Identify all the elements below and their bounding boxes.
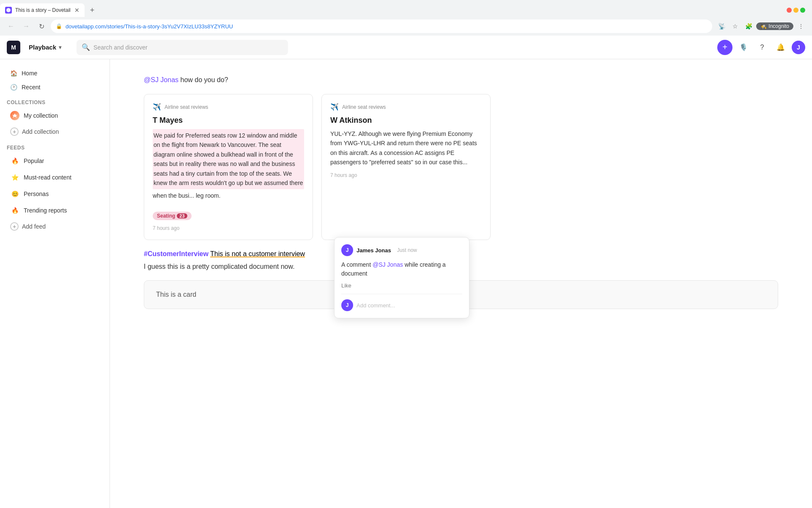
sidebar-home-label: Home <box>22 70 37 77</box>
comment-input-avatar: J <box>341 299 353 311</box>
minimize-window-button[interactable] <box>793 8 798 13</box>
comment-input[interactable] <box>357 302 462 309</box>
svg-point-0 <box>6 8 11 12</box>
comment-input-row: J <box>341 294 462 311</box>
user-avatar[interactable]: J <box>792 41 805 54</box>
mention-text: @SJ Jonas <box>144 76 178 83</box>
hashtag-description: This is not a customer interview <box>210 250 305 257</box>
card1-source-label: Airline seat reviews <box>165 104 208 110</box>
my-collection-label: My collection <box>24 112 58 119</box>
playback-menu-button[interactable]: Playback ▾ <box>25 42 65 52</box>
card2-source-label: Airline seat reviews <box>342 104 386 110</box>
notifications-button[interactable]: 🔔 <box>773 40 788 55</box>
card1-tag-row: Seating 23 <box>153 206 304 220</box>
tab-bar: This is a story – Dovetail ✕ + <box>0 0 812 17</box>
lock-icon: 🔒 <box>56 23 62 29</box>
search-icon: 🔍 <box>82 43 90 51</box>
help-button[interactable]: ? <box>754 40 770 55</box>
header-actions: + 🎙️ ? 🔔 J <box>717 40 805 55</box>
more-options-icon[interactable]: ⋮ <box>795 20 807 32</box>
header-search: 🔍 <box>77 40 288 55</box>
record-button[interactable]: 🎙️ <box>736 40 751 55</box>
home-icon: 🏠 <box>10 70 17 77</box>
tab-close-button[interactable]: ✕ <box>74 7 80 13</box>
incognito-icon: 🕵️ <box>760 23 767 29</box>
personas-icon: 😊 <box>10 189 19 199</box>
bookmark-icon[interactable]: ☆ <box>729 20 741 32</box>
card2-source-icon: ✈️ <box>330 103 339 111</box>
maximize-window-button[interactable] <box>800 8 805 13</box>
workspace-avatar[interactable]: M <box>7 41 20 54</box>
popular-label: Popular <box>24 157 44 164</box>
collections-section-label: Collections <box>0 94 110 107</box>
chevron-down-icon: ▾ <box>59 44 61 50</box>
personas-label: Personas <box>24 190 49 197</box>
add-collection-button[interactable]: + Add collection <box>3 124 106 139</box>
card1-source: ✈️ Airline seat reviews <box>153 103 304 111</box>
app: M Playback ▾ 🔍 + 🎙️ ? 🔔 J 🏠 Home <box>0 36 812 508</box>
comment-header: J James Jonas Just now <box>341 244 462 256</box>
incognito-badge: 🕵️ Incognito <box>756 22 793 30</box>
search-input-wrap[interactable]: 🔍 <box>77 40 288 55</box>
content-card-text: This is a card <box>156 291 196 298</box>
forward-button[interactable]: → <box>20 20 32 32</box>
commenter-avatar: J <box>341 244 353 256</box>
address-bar[interactable]: 🔒 dovetailapp.com/stories/This-is-a-stor… <box>51 19 712 33</box>
sidebar-item-home[interactable]: 🏠 Home <box>3 66 106 80</box>
comment-time: Just now <box>397 247 417 253</box>
create-button[interactable]: + <box>717 40 732 55</box>
must-read-label: Must-read content <box>24 174 71 181</box>
back-button[interactable]: ← <box>5 20 17 32</box>
card1-text: We paid for Preferred seats row 12 windo… <box>153 129 304 189</box>
card1-tag[interactable]: Seating 23 <box>153 212 192 220</box>
browser-actions: 📡 ☆ 🧩 🕵️ Incognito ⋮ <box>716 20 807 32</box>
popular-icon: 🔥 <box>10 156 19 166</box>
card2-time: 7 hours ago <box>330 172 482 178</box>
incognito-label: Incognito <box>768 23 789 29</box>
card2-author: W Atkinson <box>330 116 482 125</box>
sidebar-item-popular[interactable]: 🔥 Popular <box>3 153 106 169</box>
sidebar-item-personas[interactable]: 😊 Personas <box>3 186 106 202</box>
sidebar-item-trending[interactable]: 🔥 Trending reports <box>3 202 106 218</box>
add-feed-icon: + <box>10 222 19 231</box>
add-feed-button[interactable]: + Add feed <box>3 219 106 234</box>
insight-card-1[interactable]: ✈️ Airline seat reviews T Mayes We paid … <box>144 94 313 240</box>
playback-label: Playback <box>29 44 56 51</box>
search-input[interactable] <box>93 44 283 51</box>
address-text: dovetailapp.com/stories/This-is-a-story-… <box>66 23 707 30</box>
close-window-button[interactable] <box>787 8 792 13</box>
sidebar-item-recent[interactable]: 🕐 Recent <box>3 80 106 94</box>
comment-mention: @SJ Jonas <box>373 261 403 268</box>
feeds-section-label: Feeds <box>0 140 110 152</box>
sidebar-item-my-collection[interactable]: My collection <box>3 108 106 124</box>
extensions-icon[interactable]: 🧩 <box>743 20 754 32</box>
add-collection-label: Add collection <box>22 128 59 135</box>
new-tab-button[interactable]: + <box>86 4 98 16</box>
card1-tag-count: 23 <box>177 213 187 218</box>
active-tab[interactable]: This is a story – Dovetail ✕ <box>0 3 85 17</box>
hashtag-text: #CustomerInterview <box>144 250 208 257</box>
comment-author-name: James Jonas <box>357 247 391 254</box>
mention-line: @SJ Jonas how do you do? <box>144 76 778 84</box>
browser-chrome: This is a story – Dovetail ✕ + ← → ↻ 🔒 d… <box>0 0 812 36</box>
trending-icon: 🔥 <box>10 206 19 215</box>
refresh-button[interactable]: ↻ <box>36 20 47 32</box>
comment-like-button[interactable]: Like <box>341 282 462 289</box>
card2-text: YUL-YYZ. Although we were flying Premium… <box>330 129 482 167</box>
my-collection-icon <box>10 111 19 120</box>
app-header: M Playback ▾ 🔍 + 🎙️ ? 🔔 J <box>0 36 812 59</box>
add-collection-icon: + <box>10 127 19 136</box>
comment-text-before: A comment <box>341 261 373 268</box>
recent-icon: 🕐 <box>10 84 17 91</box>
cards-row: ✈️ Airline seat reviews T Mayes We paid … <box>144 94 778 240</box>
card1-author: T Mayes <box>153 116 304 125</box>
sidebar-item-must-read[interactable]: ⭐ Must-read content <box>3 169 106 185</box>
card2-source: ✈️ Airline seat reviews <box>330 103 482 111</box>
insight-card-2[interactable]: ✈️ Airline seat reviews W Atkinson YUL-Y… <box>321 94 491 240</box>
greeting-text: how do you do? <box>181 76 228 83</box>
must-read-icon: ⭐ <box>10 173 19 182</box>
main-content: 🏠 Home 🕐 Recent Collections My collectio… <box>0 59 812 508</box>
cast-icon[interactable]: 📡 <box>716 20 727 32</box>
sidebar-recent-label: Recent <box>22 84 40 91</box>
card1-time: 7 hours ago <box>153 225 304 231</box>
